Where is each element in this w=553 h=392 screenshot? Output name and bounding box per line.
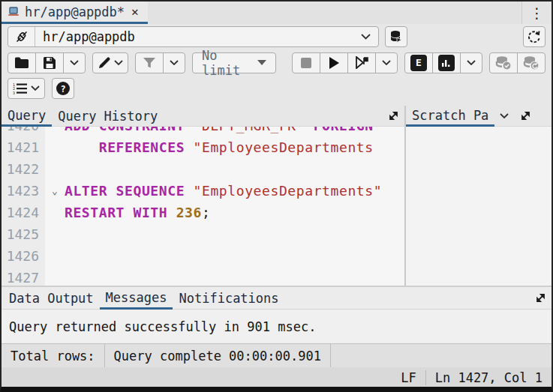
query-complete-status: Query complete 00:00:00.901 bbox=[105, 344, 331, 367]
filter-button[interactable] bbox=[135, 52, 164, 73]
connected-plug-icon bbox=[8, 27, 35, 46]
play-icon bbox=[329, 57, 339, 69]
row-limit-dropdown[interactable]: No limit bbox=[192, 52, 276, 73]
kebab-menu-icon[interactable]: ⋮ bbox=[521, 1, 551, 24]
help-icon: ? bbox=[56, 81, 71, 96]
fold-gutter bbox=[45, 158, 65, 180]
code-line[interactable]: 1427 bbox=[2, 267, 404, 286]
fold-gutter bbox=[45, 127, 65, 136]
execute-options-button[interactable] bbox=[347, 52, 376, 73]
line-number: 1421 bbox=[2, 136, 45, 158]
cancel-query-button[interactable] bbox=[292, 52, 320, 73]
execute-options-icon bbox=[355, 56, 369, 69]
tab-data-output[interactable]: Data Output bbox=[3, 287, 100, 309]
open-file-button[interactable] bbox=[8, 52, 36, 73]
laptop-icon bbox=[8, 7, 20, 16]
chevron-down-icon[interactable] bbox=[494, 106, 514, 126]
rollback-button[interactable] bbox=[517, 52, 545, 73]
numbered-list-icon: 1 2 3 bbox=[13, 82, 28, 94]
code-lines: 1420ADD CONSTRAINT "DEPT_MGR_FK" FOREIGN… bbox=[2, 127, 404, 286]
sql-editor[interactable]: 1420ADD CONSTRAINT "DEPT_MGR_FK" FOREIGN… bbox=[2, 127, 404, 286]
query-panel-header: Query Query History bbox=[2, 106, 404, 127]
new-connection-button[interactable] bbox=[385, 26, 407, 47]
tab-notifications[interactable]: Notifications bbox=[173, 287, 284, 309]
query-tabs-spacer bbox=[164, 106, 382, 126]
code-line[interactable]: 1421 REFERENCES "EmployeesDepartments bbox=[2, 136, 404, 158]
fold-gutter bbox=[45, 136, 65, 158]
rollback-icon bbox=[522, 55, 540, 70]
fold-gutter bbox=[45, 245, 65, 267]
scratch-expand-icon[interactable] bbox=[514, 106, 536, 126]
filter-options-dropdown[interactable] bbox=[163, 52, 185, 73]
save-file-button[interactable] bbox=[35, 52, 64, 73]
folder-icon bbox=[14, 57, 29, 69]
editor-zone: 1420ADD CONSTRAINT "DEPT_MGR_FK" FOREIGN… bbox=[2, 127, 551, 286]
refresh-icon bbox=[527, 29, 542, 44]
output-panel-tabs: Data Output Messages Notifications bbox=[2, 287, 551, 310]
connection-dropdown[interactable]: hr/app@appdb bbox=[8, 26, 379, 47]
tab-query[interactable]: Query bbox=[2, 106, 52, 127]
pencil-icon bbox=[98, 56, 111, 70]
expand-icon[interactable] bbox=[382, 106, 404, 126]
code-line[interactable]: 1425 bbox=[2, 223, 404, 245]
code-line[interactable]: 1420ADD CONSTRAINT "DEPT_MGR_FK" FOREIGN bbox=[2, 127, 404, 136]
line-ending-indicator: LF bbox=[392, 370, 425, 385]
commit-button[interactable] bbox=[489, 52, 518, 73]
close-icon[interactable]: ✕ bbox=[130, 4, 140, 19]
line-number: 1427 bbox=[2, 267, 45, 286]
fold-chevron-icon[interactable]: ⌄ bbox=[45, 180, 65, 202]
svg-text:?: ? bbox=[60, 83, 65, 94]
code-text: ADD CONSTRAINT "DEPT_MGR_FK" FOREIGN bbox=[65, 127, 404, 136]
cursor-position: Ln 1427, Col 1 bbox=[426, 370, 551, 385]
line-number: 1425 bbox=[2, 223, 45, 245]
output-expand-icon[interactable] bbox=[529, 287, 551, 309]
commit-icon bbox=[494, 55, 512, 70]
chevron-down-icon[interactable] bbox=[353, 34, 378, 40]
tab-messages[interactable]: Messages bbox=[100, 287, 173, 310]
code-line[interactable]: 1423⌄ALTER SEQUENCE "EmployeesDepartment… bbox=[2, 180, 404, 202]
help-button[interactable]: ? bbox=[52, 78, 74, 99]
stop-icon bbox=[301, 58, 311, 68]
connection-bar: hr/app@appdb bbox=[2, 24, 551, 49]
chevron-down-icon bbox=[31, 85, 40, 91]
query-result-message: Query returned successfully in 901 msec. bbox=[9, 319, 316, 334]
code-line[interactable]: 1424RESTART WITH 236; bbox=[2, 202, 404, 223]
execute-dropdown[interactable] bbox=[375, 52, 398, 73]
document-tab-bar: hr/app@appdb* ✕ ⋮ bbox=[2, 1, 551, 24]
edit-button[interactable] bbox=[92, 52, 128, 73]
code-line[interactable]: 1422 bbox=[2, 158, 404, 180]
query-tool-tab[interactable]: hr/app@appdb* ✕ bbox=[2, 1, 148, 24]
code-line[interactable]: 1426 bbox=[2, 245, 404, 267]
scratch-panel-header: Scratch Pa bbox=[404, 106, 551, 127]
tab-query-history[interactable]: Query History bbox=[52, 106, 164, 126]
explain-analyze-icon bbox=[438, 55, 455, 71]
row-limit-value: No limit bbox=[202, 48, 254, 78]
scratch-pad-area[interactable] bbox=[404, 127, 551, 286]
save-options-dropdown[interactable] bbox=[63, 52, 86, 73]
messages-output: Query returned successfully in 901 msec. bbox=[2, 310, 551, 343]
chevron-down-icon bbox=[382, 60, 391, 65]
fold-gutter bbox=[45, 267, 65, 286]
filter-icon bbox=[143, 57, 156, 69]
query-tool-window: hr/app@appdb* ✕ ⋮ hr/app@appdb bbox=[0, 0, 553, 392]
fold-gutter bbox=[45, 223, 65, 245]
macro-refresh-button[interactable] bbox=[523, 26, 545, 47]
macros-button[interactable]: 1 2 3 bbox=[8, 78, 45, 99]
line-number: 1422 bbox=[2, 158, 45, 180]
explain-button[interactable]: E bbox=[404, 52, 433, 73]
explain-analyze-button[interactable] bbox=[432, 52, 461, 73]
code-text bbox=[65, 223, 404, 245]
main-toolbar: No limit E bbox=[2, 49, 551, 76]
tab-scratch-pad[interactable]: Scratch Pa bbox=[406, 106, 494, 127]
execute-button[interactable] bbox=[320, 52, 348, 73]
save-icon bbox=[43, 56, 56, 70]
explain-dropdown[interactable] bbox=[460, 52, 482, 73]
status-bar-row2: LF Ln 1427, Col 1 bbox=[2, 367, 551, 388]
output-tabs-spacer bbox=[285, 287, 529, 309]
explain-icon: E bbox=[410, 55, 427, 71]
editor-panel-tabs: Query Query History Scratch Pa bbox=[2, 106, 551, 127]
chevron-down-icon bbox=[170, 60, 179, 65]
secondary-toolbar: 1 2 3 ? bbox=[2, 76, 551, 100]
connection-value: hr/app@appdb bbox=[35, 29, 353, 44]
fold-gutter bbox=[45, 202, 65, 223]
